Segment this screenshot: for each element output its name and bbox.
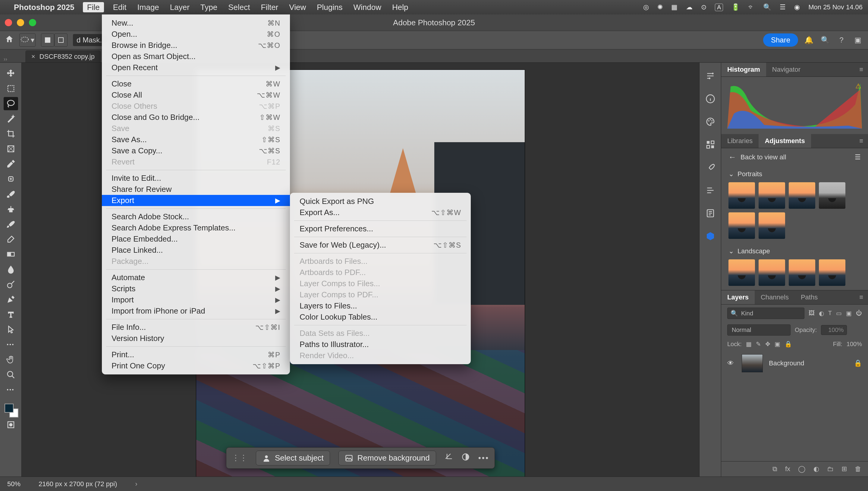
- menu-select[interactable]: Select: [226, 3, 252, 12]
- clone-stamp-tool[interactable]: [4, 202, 18, 216]
- tab-paths[interactable]: Paths: [795, 290, 824, 304]
- dodge-tool[interactable]: [4, 278, 18, 291]
- tab-close-icon[interactable]: ×: [31, 53, 35, 61]
- frame-tool[interactable]: [4, 142, 18, 155]
- layer-background[interactable]: 👁 Background 🔒: [721, 350, 868, 377]
- menu-layer[interactable]: Layer: [168, 3, 191, 12]
- eraser-tool[interactable]: [4, 233, 18, 246]
- preset-thumb[interactable]: [819, 259, 845, 286]
- lock-position-icon[interactable]: ✥: [765, 340, 771, 348]
- panel-grip[interactable]: ››: [4, 56, 7, 62]
- lasso-tool[interactable]: [4, 97, 18, 110]
- share-button[interactable]: Share: [763, 33, 798, 47]
- menu-item[interactable]: Scripts▶: [102, 283, 290, 294]
- type-tool[interactable]: [4, 308, 18, 321]
- close-window[interactable]: [5, 19, 12, 26]
- layer-thumbnail[interactable]: [742, 354, 763, 372]
- mask-icon[interactable]: ◯: [798, 465, 806, 473]
- panel-menu-icon[interactable]: ≡: [855, 293, 868, 301]
- portraits-section[interactable]: ⌄Portraits: [721, 166, 868, 182]
- tab-histogram[interactable]: Histogram: [721, 63, 766, 77]
- menu-item[interactable]: Export As...⌥⇧⌘W: [290, 207, 471, 218]
- menu-item[interactable]: Search Adobe Stock...: [102, 211, 290, 222]
- warning-icon[interactable]: ⚠: [855, 82, 861, 90]
- fill-field[interactable]: 100%: [847, 341, 862, 348]
- brush-tool[interactable]: [4, 187, 18, 201]
- menu-item[interactable]: Print One Copy⌥⇧⌘P: [102, 360, 290, 371]
- menu-item[interactable]: Import▶: [102, 294, 290, 306]
- color-panel-icon[interactable]: [704, 116, 717, 128]
- tab-navigator[interactable]: Navigator: [766, 63, 807, 77]
- preset-thumb[interactable]: [759, 212, 785, 239]
- workspace-icon[interactable]: ▣: [852, 35, 863, 46]
- zoom-level[interactable]: 50%: [7, 480, 21, 488]
- preset-thumb[interactable]: [728, 182, 755, 209]
- status-icon-4[interactable]: ⊙: [701, 3, 706, 11]
- export-submenu[interactable]: Quick Export as PNGExport As...⌥⇧⌘WExpor…: [290, 193, 471, 364]
- notifications-icon[interactable]: 🔔: [804, 35, 814, 46]
- menubar-clock[interactable]: Mon 25 Nov 14.06: [808, 3, 863, 11]
- menu-filter[interactable]: Filter: [259, 3, 280, 12]
- zoom-tool[interactable]: [4, 368, 18, 381]
- lock-brush-icon[interactable]: ✎: [756, 340, 761, 348]
- help-icon[interactable]: ?: [836, 35, 847, 46]
- edit-toolbar[interactable]: •••: [4, 383, 18, 397]
- doc-dimensions[interactable]: 2160 px x 2700 px (72 ppi): [38, 480, 117, 488]
- tab-libraries[interactable]: Libraries: [721, 134, 759, 148]
- panel-menu-icon[interactable]: ≡: [855, 137, 868, 145]
- back-arrow-icon[interactable]: ←: [728, 152, 736, 162]
- filter-shape-icon[interactable]: ▭: [836, 310, 842, 317]
- tab-adjustments[interactable]: Adjustments: [759, 134, 811, 148]
- minimize-window[interactable]: [17, 19, 24, 26]
- eyedropper-tool[interactable]: [4, 157, 18, 171]
- menu-item[interactable]: Save for Web (Legacy)...⌥⇧⌘S: [290, 239, 471, 251]
- new-selection[interactable]: [41, 33, 54, 47]
- menu-item[interactable]: Print...⌘P: [102, 349, 290, 360]
- menu-item[interactable]: Place Embedded...: [102, 233, 290, 244]
- list-view-icon[interactable]: ☰: [855, 153, 861, 161]
- filter-smart-icon[interactable]: ▣: [846, 310, 852, 317]
- search-icon[interactable]: 🔍: [820, 35, 831, 46]
- brush-settings-icon[interactable]: [704, 162, 717, 174]
- status-icon-3[interactable]: ☁: [686, 3, 693, 11]
- preset-thumb[interactable]: [728, 212, 755, 239]
- gradient-tool[interactable]: [4, 248, 18, 261]
- color-swatches[interactable]: [4, 404, 17, 416]
- menu-item[interactable]: Search Adobe Express Templates...: [102, 222, 290, 233]
- landscape-section[interactable]: ⌄Landscape: [721, 243, 868, 259]
- preset-thumb[interactable]: [759, 259, 785, 286]
- menu-item[interactable]: Save As...⇧⌘S: [102, 134, 290, 145]
- layer-filter[interactable]: 🔍Kind: [727, 308, 804, 319]
- menu-item[interactable]: Close⌘W: [102, 78, 290, 89]
- preset-thumb[interactable]: [789, 182, 815, 209]
- lock-pixels-icon[interactable]: ▦: [746, 340, 752, 348]
- menu-item[interactable]: Paths to Illustrator...: [290, 339, 471, 350]
- menu-item[interactable]: Invite to Edit...: [102, 173, 290, 184]
- menu-item[interactable]: Open...⌘O: [102, 29, 290, 40]
- filter-toggle-icon[interactable]: ⏻: [856, 310, 862, 317]
- menu-item[interactable]: Browse in Bridge...⌥⌘O: [102, 40, 290, 51]
- lock-icon[interactable]: 🔒: [854, 359, 862, 367]
- preset-thumb[interactable]: [759, 182, 785, 209]
- crop-tool[interactable]: [4, 127, 18, 140]
- adjust-icon[interactable]: [461, 453, 470, 463]
- menu-item[interactable]: Quick Export as PNG: [290, 196, 471, 207]
- menu-item[interactable]: Automate▶: [102, 272, 290, 283]
- move-tool[interactable]: [4, 67, 18, 80]
- siri-icon[interactable]: ◉: [794, 3, 800, 11]
- menu-item[interactable]: Layers to Files...: [290, 300, 471, 312]
- filter-adjust-icon[interactable]: ◐: [819, 310, 824, 317]
- info-panel-icon[interactable]: [704, 93, 717, 105]
- menu-plugins[interactable]: Plugins: [315, 3, 344, 12]
- status-chevron[interactable]: ›: [135, 480, 137, 488]
- plugin-icon[interactable]: [704, 230, 717, 242]
- zoom-window[interactable]: [29, 19, 36, 26]
- control-center-icon[interactable]: ☰: [780, 3, 786, 11]
- home-icon[interactable]: [5, 35, 14, 46]
- menu-item[interactable]: Share for Review: [102, 184, 290, 195]
- wifi-icon[interactable]: ᯤ: [748, 3, 755, 11]
- filter-type-icon[interactable]: T: [828, 310, 832, 317]
- keyboard-icon[interactable]: A: [715, 4, 723, 11]
- blend-mode-select[interactable]: Normal: [727, 324, 790, 336]
- preset-thumb[interactable]: [819, 182, 845, 209]
